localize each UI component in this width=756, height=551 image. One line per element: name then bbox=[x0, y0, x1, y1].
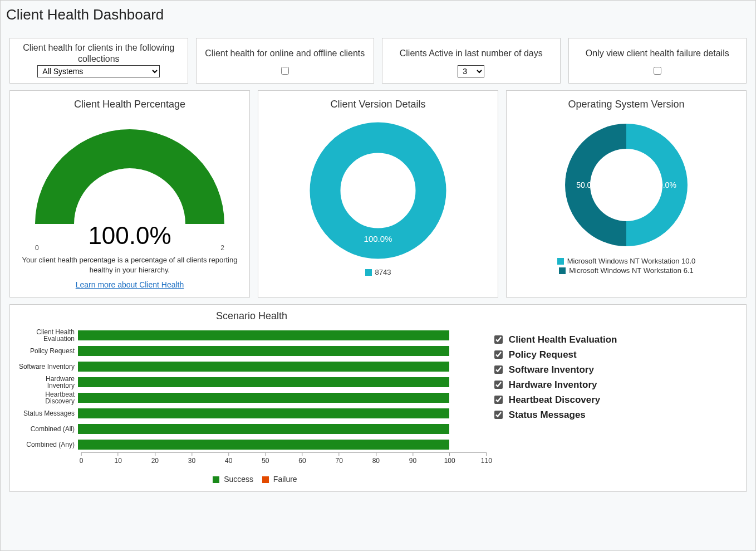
bar-label: Client Health Evaluation bbox=[17, 329, 78, 343]
bar-label: Combined (Any) bbox=[17, 441, 78, 448]
svg-text:50.0%: 50.0% bbox=[576, 181, 598, 189]
scenario-check-label: Software Inventory bbox=[509, 364, 594, 376]
scenario-check-label: Client Health Evaluation bbox=[509, 334, 617, 345]
scenario-check-box[interactable] bbox=[494, 350, 503, 359]
filter-collection: Client health for clients in the followi… bbox=[9, 38, 188, 84]
gauge-min: 0 bbox=[35, 244, 39, 252]
x-axis-tick: 70 bbox=[335, 452, 342, 465]
scenario-filter-checks: Client Health EvaluationPolicy RequestSo… bbox=[492, 310, 739, 484]
bar-fill-success bbox=[78, 440, 449, 450]
bar-row: Client Health Evaluation bbox=[17, 328, 487, 343]
legend-success-label: Success bbox=[224, 475, 253, 484]
version-legend-item: 8743 bbox=[365, 268, 391, 276]
gauge-title: Client Health Percentage bbox=[14, 99, 245, 110]
scenario-check[interactable]: Client Health Evaluation bbox=[492, 334, 739, 345]
scenario-check[interactable]: Heartbeat Discovery bbox=[492, 394, 739, 406]
bar-label: Status Messages bbox=[17, 410, 78, 417]
version-title: Client Version Details bbox=[263, 99, 493, 110]
os-title: Operating System Version bbox=[511, 99, 742, 110]
legend-swatch-icon bbox=[262, 476, 269, 483]
bar-fill-success bbox=[78, 346, 449, 356]
scenario-check-box[interactable] bbox=[494, 381, 503, 389]
bar-row: Heartbeat Discovery bbox=[17, 390, 487, 406]
version-legend: 8743 bbox=[263, 268, 493, 276]
bar-row: Hardware Inventory bbox=[17, 374, 487, 390]
legend-swatch-icon bbox=[365, 269, 372, 276]
svg-text:100.0%: 100.0% bbox=[364, 234, 392, 243]
x-axis-tick: 10 bbox=[114, 452, 121, 465]
x-axis-tick: 60 bbox=[298, 452, 306, 465]
bar-track bbox=[78, 346, 487, 356]
bar-track bbox=[78, 424, 487, 434]
bar-row: Policy Request bbox=[17, 343, 487, 359]
x-axis-tick: 110 bbox=[481, 452, 492, 465]
bar-fill-success bbox=[78, 424, 449, 434]
scenario-check-box[interactable] bbox=[494, 396, 503, 404]
filter-active-days-title: Clients Active in last number of days bbox=[387, 42, 556, 65]
bar-track bbox=[78, 393, 487, 403]
filter-failure-only-title: Only view client health failure details bbox=[573, 42, 742, 65]
legend-swatch-icon bbox=[557, 258, 564, 265]
scenario-check-box[interactable] bbox=[494, 335, 503, 344]
scenario-check[interactable]: Policy Request bbox=[492, 349, 739, 360]
bar-label: Heartbeat Discovery bbox=[17, 391, 78, 405]
scenario-check-box[interactable] bbox=[494, 411, 503, 419]
bar-track bbox=[78, 440, 487, 450]
scenario-check-label: Hardware Inventory bbox=[509, 379, 597, 391]
dashboard-root: Client Health Dashboard Client health fo… bbox=[0, 0, 756, 551]
x-axis-tick: 90 bbox=[409, 452, 416, 465]
x-axis-tick: 0 bbox=[80, 452, 84, 465]
scenario-check-box[interactable] bbox=[494, 365, 503, 374]
scenario-check[interactable]: Hardware Inventory bbox=[492, 379, 739, 391]
legend-swatch-icon bbox=[213, 476, 219, 483]
os-card: Operating System Version 50.0% 50.0% Mic… bbox=[506, 90, 747, 298]
legend-failure-label: Failure bbox=[273, 475, 297, 484]
gauge-link[interactable]: Learn more about Client Health bbox=[76, 280, 184, 289]
filter-online-offline: Client health for online and offline cli… bbox=[196, 38, 375, 84]
bar-row: Software Inventory bbox=[17, 359, 487, 374]
bar-track bbox=[78, 408, 487, 418]
bar-fill-success bbox=[78, 408, 449, 418]
filter-collection-title: Client health for clients in the followi… bbox=[14, 42, 183, 65]
os-legend: Microsoft Windows NT Workstation 10.0 Mi… bbox=[511, 257, 742, 275]
os-donut: 50.0% 50.0% bbox=[554, 118, 699, 252]
bar-label: Software Inventory bbox=[17, 363, 78, 370]
x-axis-tick: 20 bbox=[151, 452, 159, 465]
gauge-max: 2 bbox=[220, 244, 224, 252]
collection-select[interactable]: All Systems bbox=[37, 65, 160, 77]
os-legend-item: Microsoft Windows NT Workstation 6.1 bbox=[559, 266, 693, 275]
bar-row: Combined (Any) bbox=[17, 437, 487, 452]
scenario-card: Scenario Health Client Health Evaluation… bbox=[9, 304, 747, 492]
bar-fill-success bbox=[78, 362, 449, 372]
bar-fill-success bbox=[78, 393, 449, 403]
active-days-select[interactable]: 3 bbox=[458, 65, 484, 77]
svg-text:50.0%: 50.0% bbox=[654, 181, 676, 189]
bar-row: Status Messages bbox=[17, 406, 487, 421]
scenario-bar-chart: Client Health EvaluationPolicy RequestSo… bbox=[17, 328, 487, 452]
scenario-legend: Success Failure bbox=[17, 475, 487, 484]
version-legend-label: 8743 bbox=[375, 268, 391, 276]
x-axis-tick: 80 bbox=[372, 452, 380, 465]
bar-fill-success bbox=[78, 330, 449, 340]
scenario-check-label: Policy Request bbox=[509, 349, 577, 360]
filter-failure-only: Only view client health failure details bbox=[568, 38, 747, 84]
svg-point-0 bbox=[325, 138, 431, 243]
scenario-check-label: Heartbeat Discovery bbox=[509, 394, 600, 406]
scenario-check-label: Status Messages bbox=[509, 409, 586, 421]
filter-row: Client health for clients in the followi… bbox=[9, 38, 747, 84]
bar-label: Hardware Inventory bbox=[17, 376, 78, 389]
bar-row: Combined (All) bbox=[17, 421, 487, 437]
x-axis: 0102030405060708090100110 bbox=[81, 452, 487, 471]
legend-swatch-icon bbox=[559, 267, 566, 274]
online-offline-checkbox[interactable] bbox=[281, 67, 289, 75]
x-axis-tick: 30 bbox=[188, 452, 195, 465]
scenario-title: Scenario Health bbox=[17, 310, 487, 322]
os-legend-item: Microsoft Windows NT Workstation 10.0 bbox=[557, 257, 696, 265]
bar-label: Policy Request bbox=[17, 348, 78, 355]
scenario-check[interactable]: Software Inventory bbox=[492, 364, 739, 376]
x-axis-tick: 50 bbox=[262, 452, 269, 465]
scenario-check[interactable]: Status Messages bbox=[492, 409, 739, 421]
bar-label: Combined (All) bbox=[17, 426, 78, 433]
version-donut: 100.0% bbox=[306, 118, 450, 263]
failure-only-checkbox[interactable] bbox=[654, 67, 661, 75]
